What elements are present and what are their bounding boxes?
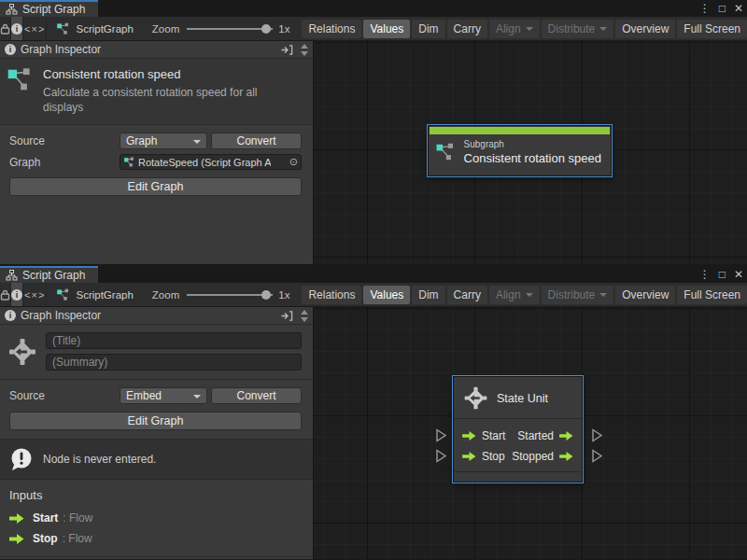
scroll-up-icon[interactable] (301, 44, 308, 49)
flow-arrow-icon (462, 451, 476, 462)
state-unit-node[interactable]: State Unit Start Started (453, 376, 583, 483)
inspector-toggle-button[interactable]: i (11, 283, 23, 306)
inspector-toggle-button[interactable]: i (11, 17, 23, 40)
graph-inspector-panel: i Graph Inspector (0, 307, 314, 559)
tab-bar: Script Graph ⋮ □ ✕ (0, 266, 747, 283)
distribute-dropdown[interactable]: Distribute (542, 286, 614, 304)
close-icon[interactable]: ✕ (734, 3, 743, 14)
warning-text: Node is never entered. (43, 453, 156, 466)
input-port-stop[interactable]: Stop (462, 450, 505, 463)
graph-canvas[interactable]: Subgraph Consistent rotation speed (314, 41, 747, 264)
fullscreen-button[interactable]: Full Screen (677, 286, 747, 304)
relations-button[interactable]: Relations (302, 20, 361, 38)
lock-icon (0, 289, 10, 301)
graph-object-field[interactable]: RotateSpeed (Script Graph A ⊙ (120, 154, 302, 170)
graph-canvas[interactable]: State Unit Start Started (314, 307, 747, 559)
graph-inspector-header: i Graph Inspector (0, 41, 313, 59)
scroll-up-icon[interactable] (301, 310, 308, 315)
info-icon: i (11, 23, 22, 35)
subgraph-node[interactable]: Subgraph Consistent rotation speed (428, 125, 612, 176)
close-icon[interactable]: ✕ (734, 269, 743, 280)
window-menu-icon[interactable]: ⋮ (699, 269, 711, 280)
window-controls: ⋮ □ ✕ (699, 0, 743, 17)
graph-title-block (0, 325, 313, 380)
edit-graph-button[interactable]: Edit Graph (9, 177, 302, 196)
edit-graph-button[interactable]: Edit Graph (9, 412, 302, 430)
zoom-slider-handle[interactable] (261, 290, 271, 300)
connector-triangle-icon[interactable] (435, 449, 447, 463)
convert-button[interactable]: Convert (211, 133, 302, 149)
connector-triangle-icon[interactable] (591, 428, 603, 442)
node-title: Consistent rotation speed (464, 151, 601, 165)
dock-panel-icon[interactable] (281, 311, 293, 321)
flow-arrow-icon (462, 430, 476, 441)
align-dropdown[interactable]: Align (489, 20, 540, 38)
dock-panel-icon[interactable] (281, 45, 293, 55)
scrollbar-arrows[interactable] (298, 310, 310, 322)
node-type-label: Subgraph (464, 139, 601, 149)
object-picker-icon[interactable]: ⊙ (289, 156, 299, 168)
maximize-icon[interactable]: □ (719, 3, 726, 14)
flow-arrow-icon (559, 430, 573, 441)
scrollbar-arrows[interactable] (298, 44, 310, 56)
chevron-down-icon (599, 293, 607, 297)
overview-button[interactable]: Overview (615, 286, 675, 304)
toolbar-buttons: Relations Values Dim Carry Align Distrib… (302, 283, 747, 306)
code-view-button[interactable]: <×> (23, 17, 47, 40)
zoom-slider-track (187, 28, 273, 30)
output-port-stopped[interactable]: Stopped (512, 450, 573, 463)
source-dropdown[interactable]: Embed (120, 387, 207, 404)
graph-object-value: RotateSpeed (Script Graph A (138, 157, 271, 168)
relations-button[interactable]: Relations (302, 286, 361, 304)
script-graph-icon (123, 157, 134, 167)
tab-script-graph[interactable]: Script Graph (0, 0, 98, 17)
node-title: State Unit (497, 392, 548, 405)
flow-arrow-icon (9, 512, 24, 525)
graph-inspector-panel: i Graph Inspector (0, 41, 314, 264)
scroll-down-icon[interactable] (301, 317, 308, 322)
tab-script-graph[interactable]: Script Graph (0, 266, 98, 283)
carry-button[interactable]: Carry (447, 286, 487, 304)
connector-triangle-icon[interactable] (435, 428, 447, 442)
code-icon: <×> (24, 23, 45, 35)
graph-type-indicator: ScriptGraph (47, 17, 133, 40)
values-button[interactable]: Values (363, 286, 410, 304)
values-button[interactable]: Values (363, 20, 410, 38)
distribute-dropdown[interactable]: Distribute (542, 20, 614, 38)
code-view-button[interactable]: <×> (23, 283, 47, 306)
window-menu-icon[interactable]: ⋮ (699, 3, 711, 14)
warning-box: Node is never entered. (0, 439, 313, 480)
dim-button[interactable]: Dim (412, 20, 444, 38)
overview-button[interactable]: Overview (615, 20, 675, 38)
title-input[interactable] (46, 332, 302, 349)
graph-inspector-header: i Graph Inspector (0, 307, 313, 325)
output-port-started[interactable]: Started (517, 429, 573, 442)
align-dropdown[interactable]: Align (489, 286, 540, 304)
graph-description-box: Consistent rotation speed Calculate a co… (0, 59, 313, 125)
tab-title: Script Graph (22, 269, 85, 282)
tab-title: Script Graph (22, 3, 85, 16)
tab-bar: Script Graph ⋮ □ ✕ (0, 0, 747, 17)
zoom-slider[interactable] (187, 23, 273, 35)
graph-summary: Calculate a consistent rotation speed fo… (43, 85, 288, 115)
graph-inspector-title: Graph Inspector (21, 43, 101, 56)
convert-button[interactable]: Convert (211, 387, 302, 404)
carry-button[interactable]: Carry (447, 20, 487, 38)
scroll-down-icon[interactable] (301, 51, 308, 56)
zoom-value: 1x (278, 23, 289, 35)
input-port-start[interactable]: Start (462, 429, 505, 442)
dim-button[interactable]: Dim (412, 286, 444, 304)
lock-button[interactable] (0, 283, 11, 306)
flow-arrow-icon (9, 533, 24, 545)
script-graph-icon (436, 141, 456, 163)
summary-input[interactable] (46, 354, 302, 371)
lock-button[interactable] (0, 17, 11, 40)
connector-triangle-icon[interactable] (591, 449, 603, 463)
code-icon: <×> (24, 289, 45, 301)
maximize-icon[interactable]: □ (719, 269, 726, 280)
zoom-slider-handle[interactable] (261, 24, 271, 34)
source-dropdown[interactable]: Graph (120, 133, 207, 149)
zoom-slider-track (187, 294, 273, 296)
fullscreen-button[interactable]: Full Screen (677, 20, 747, 38)
zoom-slider[interactable] (187, 289, 273, 301)
